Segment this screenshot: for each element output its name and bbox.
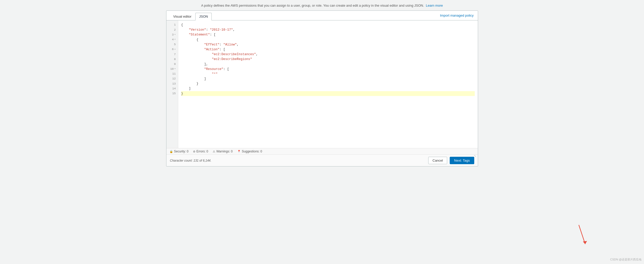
code-line-9: ], <box>181 62 475 67</box>
cancel-button[interactable]: Cancel <box>428 157 447 164</box>
resize-handle[interactable]: ⤡ <box>473 154 477 158</box>
description-text: A policy defines the AWS permissions tha… <box>201 4 424 7</box>
code-line-15: } <box>181 91 475 96</box>
next-tags-button[interactable]: Next: Tags <box>450 157 474 164</box>
line-number-11: 11 <box>166 71 178 76</box>
code-line-11: "*" <box>181 71 475 76</box>
suggestions-icon: 📍 <box>237 150 241 153</box>
code-line-12: ] <box>181 76 475 81</box>
status-warnings: ⚠ Warnings: 0 <box>213 150 233 153</box>
code-line-10: "Resource": [ <box>181 67 475 71</box>
line-number-12: 12 <box>166 76 178 81</box>
security-icon: 🔒 <box>170 150 173 153</box>
errors-icon: ⊘ <box>193 150 195 153</box>
code-line-3: "Statement": [ <box>181 32 475 37</box>
code-line-5: "Effect": "Allow", <box>181 42 475 47</box>
line-number-13: 13 <box>166 81 178 86</box>
status-security: 🔒 Security: 0 <box>170 150 189 153</box>
line-number-14: 14 <box>166 86 178 91</box>
warnings-icon: ⚠ <box>213 150 215 153</box>
line-number-3: 3▾ <box>166 32 178 37</box>
suggestions-label: Suggestions: 0 <box>242 150 262 153</box>
tab-json[interactable]: JSON <box>195 13 212 20</box>
line-numbers: 123▾4▾56▾78910▾1112131415 <box>166 20 178 148</box>
code-line-6: "Action": [ <box>181 47 475 52</box>
line-number-10: 10▾ <box>166 67 178 71</box>
tab-bar: Visual editor JSON <box>166 11 440 20</box>
security-label: Security: 0 <box>174 150 189 153</box>
editor-container: Visual editor JSON Import managed policy… <box>166 10 478 166</box>
status-errors: ⊘ Errors: 0 <box>193 150 208 153</box>
code-line-8: "ec2:DescribeRegions" <box>181 57 475 62</box>
footer-buttons: Cancel Next: Tags <box>428 157 474 164</box>
errors-label: Errors: 0 <box>196 150 208 153</box>
line-number-5: 5 <box>166 42 178 47</box>
warnings-label: Warnings: 0 <box>216 150 233 153</box>
code-editor-area[interactable]: 123▾4▾56▾78910▾1112131415 { "Version": "… <box>166 20 478 148</box>
status-suggestions: 📍 Suggestions: 0 <box>237 150 262 153</box>
line-number-4: 4▾ <box>166 37 178 42</box>
description-bar: A policy defines the AWS permissions tha… <box>166 3 478 7</box>
footer-bar: Character count: 131 of 6,144. Cancel Ne… <box>166 154 478 166</box>
import-managed-policy-link[interactable]: Import managed policy <box>440 11 474 20</box>
code-line-1: { <box>181 22 475 27</box>
status-bar: 🔒 Security: 0 ⊘ Errors: 0 ⚠ Warnings: 0 … <box>166 148 478 154</box>
tab-visual-editor[interactable]: Visual editor <box>170 13 195 20</box>
line-number-1: 1 <box>166 22 178 27</box>
learn-more-link[interactable]: Learn more <box>426 4 443 7</box>
code-line-14: ] <box>181 86 475 91</box>
code-line-2: "Version": "2012-10-17", <box>181 27 475 32</box>
line-number-15: 15 <box>166 91 178 96</box>
char-count: Character count: 131 of 6,144. <box>170 159 211 162</box>
code-line-7: "ec2:DescribeInstances", <box>181 52 475 57</box>
line-number-8: 8 <box>166 57 178 62</box>
line-number-9: 9 <box>166 62 178 67</box>
code-line-13: } <box>181 81 475 86</box>
line-number-6: 6▾ <box>166 47 178 52</box>
code-content[interactable]: { "Version": "2012-10-17", "Statement": … <box>178 20 478 148</box>
code-line-4: { <box>181 37 475 42</box>
line-number-2: 2 <box>166 27 178 32</box>
line-number-7: 7 <box>166 52 178 57</box>
